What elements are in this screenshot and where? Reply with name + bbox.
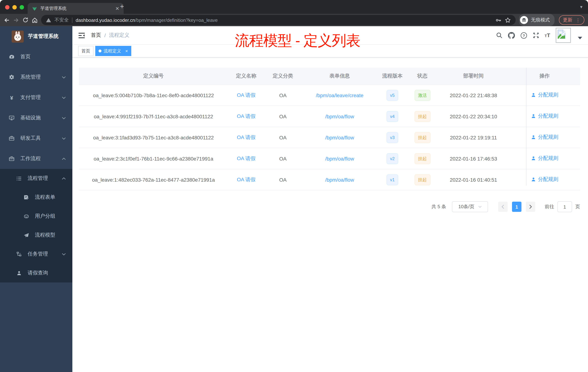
assign-rule-action[interactable]: 分配规则 — [531, 92, 558, 98]
version-badge: v4 — [386, 111, 398, 122]
favicon-plant-icon — [32, 6, 37, 11]
bookmark-star-icon[interactable] — [505, 17, 511, 23]
close-window-button[interactable] — [5, 5, 10, 10]
chevron-down-icon — [62, 96, 66, 99]
cell-definition-id: oa_leave:4:991f2193-7b7f-11ec-a3c8-acde4… — [79, 106, 228, 127]
user-avatar[interactable] — [556, 28, 571, 43]
search-icon[interactable] — [496, 32, 502, 39]
cell-definition-id: oa_leave:2:3c1f0ef1-76b1-11ec-9c66-a2380… — [79, 148, 228, 169]
browser-tab[interactable]: 芋道管理系统 ✕ — [28, 3, 124, 14]
sidebar-item-label: 流程表单 — [35, 194, 66, 201]
next-page-button[interactable] — [526, 202, 535, 212]
table-row: oa_leave:2:3c1f0ef1-76b1-11ec-9c66-a2380… — [79, 148, 580, 169]
sidebar-item-user-group[interactable]: 用户分组 — [0, 207, 72, 226]
cell-deploy-time: 2022-01-22 20:34:10 — [438, 106, 509, 127]
reload-icon[interactable] — [22, 17, 28, 23]
cell-category: OA — [264, 148, 302, 169]
sidebar-item-leave-query[interactable]: 请假查询 — [0, 263, 72, 283]
table-column-header: 流程版本 — [378, 68, 407, 85]
avatar-dropdown-caret-icon[interactable] — [578, 37, 582, 39]
cell-definition-id: oa_leave:1:482ec033-762a-11ec-8477-a2380… — [79, 169, 228, 190]
font-size-icon[interactable]: TT — [545, 33, 550, 38]
zoom-window-button[interactable] — [20, 5, 24, 10]
tag-home[interactable]: 首页 — [78, 46, 94, 56]
new-tab-button[interactable]: + — [120, 2, 124, 11]
definition-name-link[interactable]: OA 请假 — [237, 176, 256, 182]
address-bar[interactable]: 不安全 dashboard.yudao.iocoder.cn/bpm/manag… — [41, 15, 516, 25]
definition-name-link[interactable]: OA 请假 — [237, 134, 256, 140]
sidebar-item-label: 任务管理 — [28, 251, 56, 257]
tab-search-caret-icon[interactable]: ▼ — [579, 5, 583, 9]
assign-rule-action[interactable]: 分配规则 — [531, 134, 558, 141]
assign-rule-link[interactable]: 分配规则 — [538, 155, 558, 162]
github-icon[interactable] — [508, 32, 515, 39]
fullscreen-icon[interactable] — [533, 32, 539, 39]
sidebar: 芋道管理系统 首页 系统管理 ¥ 支付管理 — [0, 26, 72, 372]
definition-name-link[interactable]: OA 请假 — [237, 155, 256, 161]
back-icon[interactable] — [4, 17, 10, 23]
home-icon[interactable] — [32, 17, 38, 23]
form-link[interactable]: /bpm/oa/flow — [325, 134, 354, 140]
tab-close-icon[interactable]: ✕ — [115, 6, 119, 11]
incognito-label: 无痕模式 — [531, 17, 550, 23]
status-badge: 挂起 — [414, 153, 430, 164]
definition-name-link[interactable]: OA 请假 — [237, 92, 256, 98]
active-dot — [99, 50, 101, 52]
gear-icon — [9, 74, 15, 80]
cell-category: OA — [264, 85, 302, 106]
sidebar-item-home[interactable]: 首页 — [0, 47, 72, 67]
chevron-down-icon — [62, 117, 66, 119]
browser-tabstrip: 芋道管理系统 ✕ + ▼ — [0, 0, 588, 14]
browser-update-button[interactable]: 更新 ⋮ — [559, 15, 584, 25]
assign-rule-link[interactable]: 分配规则 — [538, 113, 558, 119]
sidebar-item-payment[interactable]: ¥ 支付管理 — [0, 87, 72, 108]
password-key-icon[interactable] — [495, 17, 502, 23]
tag-close-icon[interactable]: ✕ — [125, 49, 128, 53]
sidebar-item-system[interactable]: 系统管理 — [0, 67, 72, 87]
cell-definition-id: oa_leave:5:004b710b-7b8a-11ec-8ef0-acde4… — [79, 85, 228, 106]
minimize-window-button[interactable] — [12, 5, 17, 10]
sidebar-collapse-icon[interactable] — [78, 32, 85, 38]
help-question-icon[interactable]: ? — [520, 32, 527, 39]
assign-rule-link[interactable]: 分配规则 — [538, 134, 558, 141]
assign-rule-action[interactable]: 分配规则 — [531, 176, 558, 183]
workflow-submenu: 流程管理 流程表单 用户分组 — [0, 169, 72, 283]
sidebar-item-process-model[interactable]: 流程模型 — [0, 226, 72, 245]
assign-rule-action[interactable]: 分配规则 — [531, 155, 558, 162]
assign-rule-link[interactable]: 分配规则 — [538, 92, 558, 98]
pagination-total: 共 5 条 — [431, 203, 446, 210]
goto-page-input[interactable] — [557, 201, 572, 212]
page-size-select[interactable]: 10条/页 — [452, 201, 488, 212]
sidebar-item-label: 流程模型 — [35, 232, 66, 238]
sidebar-item-label: 首页 — [20, 54, 66, 60]
incognito-badge: 无痕模式 — [519, 14, 555, 26]
sidebar-item-infrastructure[interactable]: 基础设施 — [0, 108, 72, 128]
table-row: oa_leave:4:991f2193-7b7f-11ec-a3c8-acde4… — [79, 106, 580, 127]
page-size-value: 10条/页 — [458, 203, 474, 210]
sidebar-item-process-management[interactable]: 流程管理 — [0, 169, 72, 188]
prev-page-button[interactable] — [498, 202, 508, 212]
form-link[interactable]: /bpm/oa/flow — [325, 113, 354, 119]
assign-rule-action[interactable]: 分配规则 — [531, 113, 558, 119]
form-link[interactable]: /bpm/oa/flow — [325, 156, 354, 161]
sidebar-item-workflow[interactable]: 工作流程 — [0, 149, 72, 169]
assign-rule-link[interactable]: 分配规则 — [538, 176, 558, 183]
update-label: 更新 — [563, 17, 572, 23]
definition-name-link[interactable]: OA 请假 — [237, 113, 256, 119]
tag-process-definition[interactable]: 流程定义 ✕ — [95, 46, 131, 56]
table-column-header: 定义名称 — [228, 68, 264, 85]
url-path: /bpm/manager/definition?key=oa_leave — [135, 17, 218, 23]
app-logo[interactable]: 芋道管理系统 — [0, 26, 72, 47]
breadcrumb-home[interactable]: 首页 — [91, 32, 101, 39]
browser-menu-icon[interactable]: ⋮ — [576, 17, 580, 23]
form-link[interactable]: /bpm/oa/leave/create — [316, 92, 363, 98]
form-link[interactable]: /bpm/oa/flow — [325, 177, 354, 183]
yen-icon: ¥ — [9, 94, 15, 101]
forward-icon[interactable] — [13, 17, 19, 23]
sidebar-item-task-management[interactable]: 任务管理 — [0, 245, 72, 263]
sidebar-item-devtools[interactable]: 研发工具 — [0, 128, 72, 149]
incognito-icon — [520, 16, 528, 24]
page-number-1[interactable]: 1 — [512, 202, 521, 212]
table-column-header: 操作 — [509, 68, 580, 85]
sidebar-item-process-form[interactable]: 流程表单 — [0, 188, 72, 207]
